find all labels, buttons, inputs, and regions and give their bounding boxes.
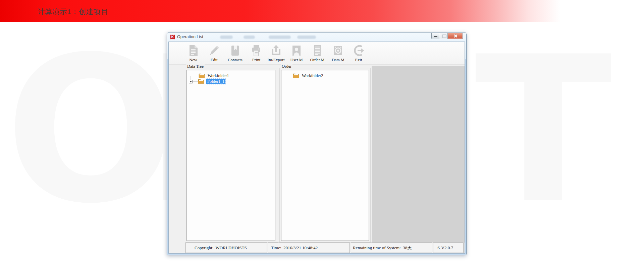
toolbar-item-label: New	[184, 58, 203, 63]
tree-item-folder1-1[interactable]: Folder1_1	[187, 78, 275, 85]
toolbar-item-label: Print	[247, 58, 266, 63]
user-management-icon	[290, 44, 303, 57]
toolbar-item-order-m[interactable]: Order.M	[308, 44, 327, 63]
app-logo-icon: K	[170, 35, 175, 40]
tree-item-label: Workfolder1	[208, 73, 229, 78]
toolbar-item-print[interactable]: Print	[247, 44, 266, 63]
tree-connector	[193, 81, 198, 82]
tree-item-workfolder1[interactable]: Workfolder1	[187, 72, 275, 78]
tree-connector	[188, 76, 199, 76]
titlebar-ghost-text	[269, 36, 291, 39]
toolbar-item-edit[interactable]: Edit	[205, 44, 223, 63]
toolbar-item-imexport[interactable]: Im/Export	[267, 44, 285, 63]
import-export-icon	[269, 44, 283, 57]
data-management-icon	[331, 44, 345, 57]
toolbar-item-new[interactable]: New	[184, 44, 203, 63]
toolbar: New Edit Contacts Print	[169, 42, 465, 65]
toolbar-item-label: User.M	[287, 58, 306, 63]
folder-icon	[198, 79, 204, 84]
contacts-book-icon	[228, 44, 242, 57]
window-controls	[431, 33, 463, 39]
titlebar-ghost-text	[244, 36, 255, 39]
toolbar-item-label: Contacts	[226, 58, 245, 63]
toolbar-item-label: Exit	[349, 58, 368, 63]
close-button[interactable]	[448, 33, 463, 39]
order-list: Workfolder2	[281, 70, 369, 241]
statusbar-version: S-V2.0.7	[433, 243, 464, 253]
data-tree-list: Workfolder1 Folder1_1	[186, 70, 275, 241]
folder-icon	[293, 73, 299, 78]
edit-pencil-icon	[207, 44, 221, 57]
close-icon	[453, 34, 457, 38]
statusbar-remaining-time: Remaining time of System: 38天	[351, 243, 432, 253]
minimize-icon	[434, 36, 437, 37]
titlebar[interactable]: K Operation List	[167, 32, 466, 42]
minimize-button[interactable]	[431, 33, 440, 39]
operation-list-window: K Operation List New	[167, 32, 467, 255]
tree-item-label-selected: Folder1_1	[206, 79, 225, 84]
page: { "banner": { "title": "计算演示1：创建项目", "co…	[0, 0, 644, 268]
tree-expand-icon[interactable]	[189, 80, 193, 83]
window-body: New Edit Contacts Print	[168, 42, 465, 254]
folder-icon	[199, 73, 205, 78]
banner: 计算演示1：创建项目	[0, 0, 644, 22]
order-label: Order	[281, 64, 292, 69]
toolbar-item-label: Data.M	[329, 58, 347, 63]
tree-item-workfolder2[interactable]: Workfolder2	[281, 72, 369, 78]
exit-icon	[352, 44, 365, 57]
toolbar-item-label: Order.M	[308, 58, 327, 63]
tree-item-label: Workfolder2	[302, 73, 323, 78]
data-tree-label: Data Tree	[186, 64, 205, 69]
tree-connector	[284, 76, 293, 76]
maximize-icon	[442, 35, 446, 38]
printer-icon	[250, 44, 263, 57]
titlebar-ghost-text	[297, 36, 316, 39]
window-title: Operation List	[177, 32, 203, 42]
statusbar-time: Time: 2016/3/21 10:48:42	[268, 243, 350, 253]
toolbar-item-exit[interactable]: Exit	[349, 44, 368, 63]
order-management-icon	[311, 44, 324, 57]
banner-title: 计算演示1：创建项目	[38, 0, 108, 22]
new-document-icon	[186, 44, 200, 57]
watermark-letter: T	[475, 37, 612, 224]
titlebar-ghost-text	[220, 36, 233, 39]
toolbar-item-contacts[interactable]: Contacts	[226, 44, 245, 63]
toolbar-item-data-m[interactable]: Data.M	[329, 44, 347, 63]
toolbar-item-user-m[interactable]: User.M	[287, 44, 306, 63]
detail-panel-empty	[372, 66, 465, 243]
toolbar-item-label: Im/Export	[267, 58, 285, 63]
toolbar-item-label: Edit	[205, 58, 223, 63]
maximize-button[interactable]	[440, 33, 448, 39]
statusbar-copyright: Copyright: WORLDHOISTS	[185, 243, 267, 253]
